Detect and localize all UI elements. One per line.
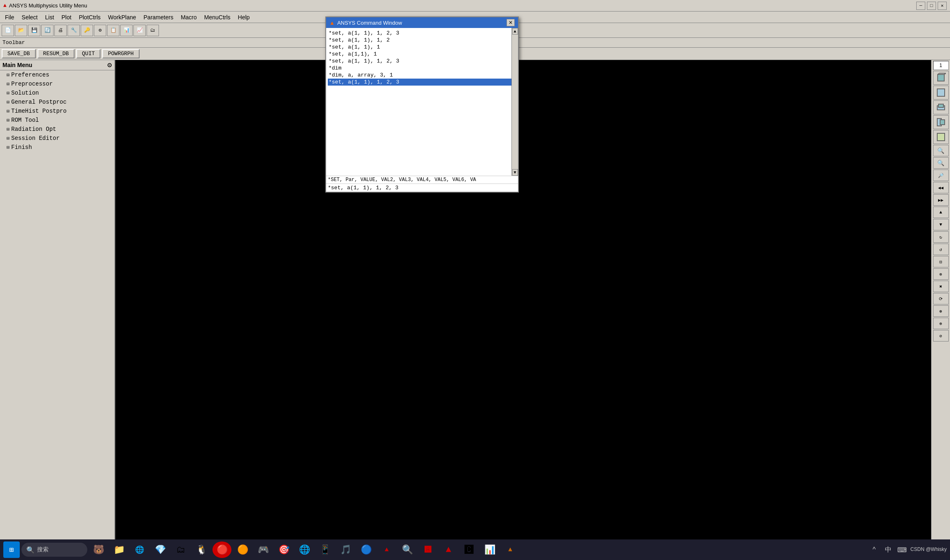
taskbar-app-14[interactable]: 🔵	[357, 541, 376, 558]
start-button[interactable]: ⊞	[3, 541, 20, 558]
menu-parameters[interactable]: Parameters	[140, 13, 177, 21]
close-button[interactable]: ✕	[938, 2, 947, 10]
menu-plot[interactable]: Plot	[58, 13, 75, 21]
pan-up-button[interactable]: ▲	[933, 207, 949, 218]
extra1[interactable]: ⊕	[933, 318, 949, 329]
tray-keyboard[interactable]: ⌨	[896, 544, 908, 555]
powrgrph-button[interactable]: POWRGRPH	[102, 49, 139, 58]
toolbar-tool5[interactable]: 📊	[120, 25, 133, 36]
rotate-ccw[interactable]: ↺	[933, 244, 949, 255]
menu-item-rom-tool[interactable]: ⊞ ROM Tool	[0, 116, 114, 125]
menu-item-solution[interactable]: ⊞ Solution	[0, 88, 114, 98]
menu-select[interactable]: Select	[19, 13, 41, 21]
toolbar-tool2[interactable]: 🔑	[81, 25, 93, 36]
taskbar-app-7[interactable]: 🔴	[212, 541, 231, 558]
scrollbar-down[interactable]: ▼	[512, 169, 518, 176]
toolbar-tool4[interactable]: 📋	[107, 25, 119, 36]
zoom-out-button[interactable]: 🔍	[933, 157, 949, 169]
taskbar-app-8[interactable]: 🟠	[233, 541, 252, 558]
view-back[interactable]	[933, 130, 949, 144]
view-side[interactable]	[933, 115, 949, 129]
save-db-button[interactable]: SAVE_DB	[2, 49, 36, 58]
taskbar-app-10[interactable]: 🎯	[274, 541, 293, 558]
zoom-in-button[interactable]: 🔍	[933, 145, 949, 156]
taskbar-app-17[interactable]: ▲	[439, 541, 458, 558]
menu-item-session-editor[interactable]: ⊞ Session Editor	[0, 134, 114, 143]
pan-down-button[interactable]: ▼	[933, 219, 949, 230]
settings-view[interactable]: ⊛	[933, 305, 949, 317]
cmd-line-1: *set, a(1, 1), 1, 2, 3	[328, 30, 516, 37]
label-solution: Solution	[11, 90, 39, 96]
refresh-view[interactable]: ⟳	[933, 293, 949, 304]
zoom-reset-button[interactable]: 🔎	[933, 170, 949, 181]
taskbar-app-5[interactable]: 🗂	[171, 541, 190, 558]
rotate-cw[interactable]: ↻	[933, 231, 949, 243]
fit-view[interactable]: ⊡	[933, 256, 949, 267]
toolbar-tool6[interactable]: 📈	[133, 25, 146, 36]
taskbar-app-1[interactable]: 🐻	[89, 541, 108, 558]
menu-item-radiation-opt[interactable]: ⊞ Radiation Opt	[0, 125, 114, 134]
menu-item-finish[interactable]: ⊞ Finish	[0, 143, 114, 152]
quit-button[interactable]: QUIT	[76, 49, 100, 58]
tray-chevron[interactable]: ^	[868, 544, 880, 555]
pan-left-button[interactable]: ◀◀	[933, 182, 949, 193]
taskbar-app-ansys2[interactable]: ▲	[501, 541, 520, 558]
maximize-button[interactable]: □	[927, 2, 936, 10]
menu-macro[interactable]: Macro	[177, 13, 200, 21]
toolbar-open[interactable]: 📂	[15, 25, 27, 36]
toolbar-tool3[interactable]: ⚙	[94, 25, 106, 36]
menu-help[interactable]: Help	[235, 13, 253, 21]
taskbar-app-2[interactable]: 📁	[110, 541, 128, 558]
taskbar-search[interactable]: 🔍 搜索	[21, 543, 87, 557]
cmd-close-button[interactable]: ✕	[507, 19, 515, 26]
menu-workplane[interactable]: WorkPlane	[105, 13, 139, 21]
menu-item-preprocessor[interactable]: ⊞ Preprocessor	[0, 79, 114, 88]
menu-file[interactable]: File	[2, 13, 18, 21]
menu-item-preferences[interactable]: ⊞ Preferences	[0, 70, 114, 79]
taskbar-app-18[interactable]: 🅲	[460, 541, 479, 558]
menu-list[interactable]: List	[42, 13, 57, 21]
menu-item-general-postproc[interactable]: ⊞ General Postproc	[0, 98, 114, 107]
toolbar-tool1[interactable]: 🔧	[68, 25, 80, 36]
cmd-input-area[interactable]	[326, 184, 518, 192]
view-top[interactable]	[933, 100, 949, 114]
taskbar-clock[interactable]: CSDN @Whisky	[910, 546, 947, 553]
minimize-button[interactable]: ─	[916, 2, 925, 10]
extra2[interactable]: ⊘	[933, 330, 949, 342]
taskbar-app-6[interactable]: 🐧	[192, 541, 211, 558]
toolbar-tool7[interactable]: 🗂	[147, 25, 159, 36]
scrollbar-up[interactable]: ▲	[512, 28, 518, 35]
menu-menuctrls[interactable]: MenuCtrls	[201, 13, 234, 21]
cmd-line-5: *set, a(1, 1), 1, 2, 3	[328, 58, 516, 65]
taskbar-app-9[interactable]: 🎮	[254, 541, 273, 558]
select-tool[interactable]: ⊗	[933, 268, 949, 280]
taskbar-app-12[interactable]: 📱	[315, 541, 334, 558]
taskbar-app-ansys1[interactable]: ▲	[377, 541, 396, 558]
pan-right-button[interactable]: ▶▶	[933, 194, 949, 206]
toolbar-print[interactable]: 🖨	[54, 25, 67, 36]
menu-plotctrls[interactable]: PlotCtrls	[75, 13, 104, 21]
zoom-level-input[interactable]	[933, 61, 949, 70]
taskbar-app-19[interactable]: 📊	[480, 541, 499, 558]
cmd-input-field[interactable]	[328, 185, 516, 191]
deselect-tool[interactable]: ✖	[933, 281, 949, 292]
taskbar-app-15[interactable]: 🔍	[398, 541, 417, 558]
toolbar-refresh[interactable]: 🔄	[41, 25, 54, 36]
view-isometric[interactable]	[933, 71, 949, 85]
taskbar-app-4[interactable]: 💎	[151, 541, 170, 558]
main-menu-collapse[interactable]: ⊙	[107, 62, 112, 68]
taskbar-app-13[interactable]: 🎵	[336, 541, 355, 558]
menu-item-timehist[interactable]: ⊞ TimeHist Postpro	[0, 107, 114, 116]
taskbar-app-3[interactable]: 🌐	[130, 541, 149, 558]
cmd-line-2: *set, a(1, 1), 1, 2	[328, 37, 516, 44]
cmd-history[interactable]: *set, a(1, 1), 1, 2, 3 *set, a(1, 1), 1,…	[326, 28, 518, 176]
toolbar-save[interactable]: 💾	[28, 25, 40, 36]
cmd-scrollbar[interactable]: ▲ ▼	[511, 28, 518, 176]
viewport	[115, 60, 931, 539]
view-front[interactable]	[933, 86, 949, 100]
tray-lang[interactable]: 中	[882, 544, 894, 555]
resum-db-button[interactable]: RESUM_DB	[37, 49, 75, 58]
taskbar-app-16[interactable]: 🅰	[418, 541, 437, 558]
taskbar-app-11[interactable]: 🌐	[295, 541, 314, 558]
toolbar-new[interactable]: 📄	[2, 25, 14, 36]
